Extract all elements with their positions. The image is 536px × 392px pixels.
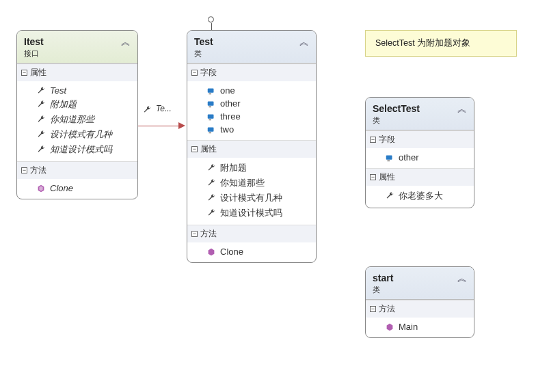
section-label: 方法 [30, 165, 46, 176]
chevron-up-icon[interactable]: ︽ [457, 272, 468, 283]
member-row[interactable]: 附加题 [187, 160, 316, 176]
section-header-methods[interactable]: − 方法 [17, 161, 137, 179]
chevron-up-icon[interactable]: ︽ [121, 36, 132, 47]
section-body-methods: Main [366, 318, 474, 337]
chevron-up-icon[interactable]: ︽ [457, 103, 468, 114]
class-stereo: 类 [373, 285, 467, 295]
section-header-attrs[interactable]: − 属性 [17, 64, 137, 81]
svg-rect-8 [386, 155, 392, 159]
method-icon [36, 184, 46, 193]
lollipop-stem [211, 23, 212, 30]
member-row[interactable]: 你老婆多大 [366, 188, 474, 204]
wrench-icon [206, 193, 216, 203]
svg-rect-6 [208, 127, 214, 131]
class-name: start [373, 272, 467, 283]
section-body-methods: Clone [187, 242, 316, 262]
field-icon [206, 86, 216, 96]
svg-rect-7 [209, 132, 212, 133]
svg-rect-4 [208, 114, 214, 118]
class-header-selecttest: SelectTest 类 ︽ [366, 98, 474, 130]
class-header-itest: Itest 接口 ︽ [17, 31, 137, 64]
class-start[interactable]: start 类 ︽ − 方法 Main [365, 266, 474, 338]
svg-rect-1 [209, 93, 212, 94]
collapse-icon[interactable]: − [370, 306, 376, 312]
collapse-icon[interactable]: − [191, 70, 198, 76]
section-header-methods[interactable]: − 方法 [366, 300, 474, 318]
svg-rect-2 [208, 101, 214, 105]
wrench-icon [385, 191, 394, 201]
class-stereo: 类 [373, 115, 467, 126]
section-body-fields: one other three two [187, 81, 316, 140]
collapse-icon[interactable]: − [370, 137, 376, 143]
field-icon [206, 112, 216, 122]
svg-rect-5 [209, 119, 212, 120]
field-icon [206, 125, 216, 135]
class-test[interactable]: Test 类 ︽ − 字段 one other three two − 属性 附… [187, 30, 317, 263]
collapse-icon[interactable]: − [370, 174, 376, 180]
collapse-icon[interactable]: − [21, 70, 27, 76]
wrench-icon [206, 178, 216, 188]
member-row[interactable]: 知道设计模式吗 [17, 142, 137, 157]
member-row[interactable]: 你知道那些 [187, 176, 316, 191]
class-header-test: Test 类 ︽ [187, 31, 316, 64]
class-itest[interactable]: Itest 接口 ︽ − 属性 Test 附加题 你知道那些 设计模式有几种 知… [16, 30, 138, 199]
arrow-head-icon [178, 122, 185, 129]
member-row[interactable]: 你知道那些 [17, 112, 137, 127]
wrench-icon [206, 208, 216, 218]
section-label: 字段 [379, 134, 395, 145]
member-row[interactable]: Clone [17, 182, 137, 195]
class-stereo: 类 [194, 48, 309, 59]
field-icon [385, 153, 394, 163]
section-label: 属性 [379, 171, 395, 183]
class-selecttest[interactable]: SelectTest 类 ︽ − 字段 other − 属性 你老婆多大 [365, 97, 474, 208]
collapse-icon[interactable]: − [191, 146, 198, 152]
relation-line [138, 126, 179, 126]
svg-rect-9 [388, 160, 390, 161]
relation-label: Te... [156, 104, 172, 113]
section-body-attrs: 你老婆多大 [366, 186, 474, 208]
wrench-icon [142, 105, 152, 115]
class-name: Itest [24, 36, 131, 47]
member-row[interactable]: Main [366, 320, 474, 333]
section-body-methods: Clone [17, 179, 137, 199]
section-label: 属性 [200, 143, 217, 155]
field-icon [206, 99, 216, 109]
section-label: 字段 [200, 67, 217, 79]
section-header-fields[interactable]: − 字段 [366, 130, 474, 148]
member-row[interactable]: one [187, 84, 316, 97]
member-row[interactable]: other [366, 151, 474, 164]
svg-rect-3 [209, 106, 212, 107]
wrench-icon [36, 115, 46, 124]
svg-rect-0 [208, 88, 214, 92]
section-body-fields: other [366, 148, 474, 168]
member-row[interactable]: 附加题 [17, 97, 137, 112]
note-text: SelectTest 为附加题对象 [375, 38, 470, 48]
section-label: 属性 [30, 67, 46, 79]
section-label: 方法 [379, 303, 395, 315]
chevron-up-icon[interactable]: ︽ [299, 36, 310, 47]
collapse-icon[interactable]: − [21, 167, 27, 173]
wrench-icon [36, 145, 46, 154]
section-header-attrs[interactable]: − 属性 [187, 140, 316, 158]
member-row[interactable]: other [187, 97, 316, 110]
section-header-methods[interactable]: − 方法 [187, 225, 316, 242]
lollipop-icon [208, 16, 214, 23]
member-row[interactable]: three [187, 110, 316, 123]
class-header-start: start 类 ︽ [366, 267, 474, 300]
section-header-fields[interactable]: − 字段 [187, 64, 316, 81]
section-label: 方法 [200, 228, 217, 240]
wrench-icon [206, 163, 216, 173]
wrench-icon [36, 130, 46, 139]
class-stereo: 接口 [24, 48, 131, 59]
member-row[interactable]: 设计模式有几种 [187, 191, 316, 206]
wrench-icon [36, 86, 46, 96]
member-row[interactable]: Clone [187, 245, 316, 258]
member-row[interactable]: two [187, 123, 316, 136]
member-row[interactable]: 知道设计模式吗 [187, 206, 316, 221]
method-icon [206, 247, 216, 257]
note-selecttest: SelectTest 为附加题对象 [365, 30, 517, 57]
member-row[interactable]: Test [17, 84, 137, 97]
member-row[interactable]: 设计模式有几种 [17, 127, 137, 142]
section-header-attrs[interactable]: − 属性 [366, 168, 474, 186]
collapse-icon[interactable]: − [191, 231, 198, 237]
